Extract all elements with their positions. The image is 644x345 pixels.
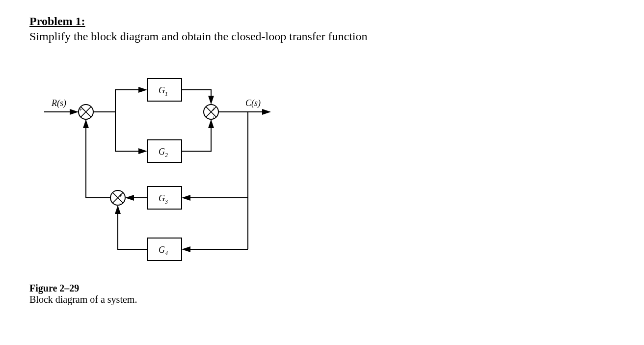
summing-junction-1: + − bbox=[79, 105, 93, 122]
sum2-plus-top: + bbox=[212, 106, 215, 113]
sum3-minus: − bbox=[118, 200, 122, 208]
sum1-plus: + bbox=[79, 106, 82, 113]
problem-label: Problem 1: bbox=[29, 15, 85, 27]
output-label: C(s) bbox=[245, 98, 261, 108]
block-g2: G2 bbox=[147, 140, 182, 162]
sum1-minus: − bbox=[86, 114, 90, 122]
block-g1: G1 bbox=[147, 79, 182, 101]
g1-to-sum2 bbox=[182, 90, 211, 104]
g4-to-sum3 bbox=[118, 206, 147, 249]
figure-caption-block: Figure 2–29 Block diagram of a system. bbox=[29, 283, 615, 305]
problem-heading: Problem 1: bbox=[29, 15, 615, 28]
figure-label: Figure 2–29 bbox=[29, 283, 79, 293]
summing-junction-3: + − bbox=[110, 190, 125, 208]
g2-to-sum2 bbox=[182, 120, 211, 151]
branch-to-g2 bbox=[115, 112, 146, 151]
sum3-to-sum1 bbox=[86, 120, 110, 198]
problem-instruction: Simplify the block diagram and obtain th… bbox=[29, 30, 615, 43]
block-g3: G3 bbox=[147, 186, 182, 209]
branch-to-g1 bbox=[115, 90, 146, 112]
sum2-plus-bottom: + bbox=[212, 114, 215, 122]
input-label: R(s) bbox=[51, 98, 66, 108]
diagram-svg: R(s) + − G1 G2 + + C(s) bbox=[29, 63, 285, 279]
sum3-plus: + bbox=[119, 192, 122, 199]
block-diagram: R(s) + − G1 G2 + + C(s) bbox=[29, 63, 285, 279]
block-g4: G4 bbox=[147, 238, 182, 261]
summing-junction-2: + + bbox=[204, 105, 218, 122]
figure-caption: Block diagram of a system. bbox=[29, 294, 137, 305]
